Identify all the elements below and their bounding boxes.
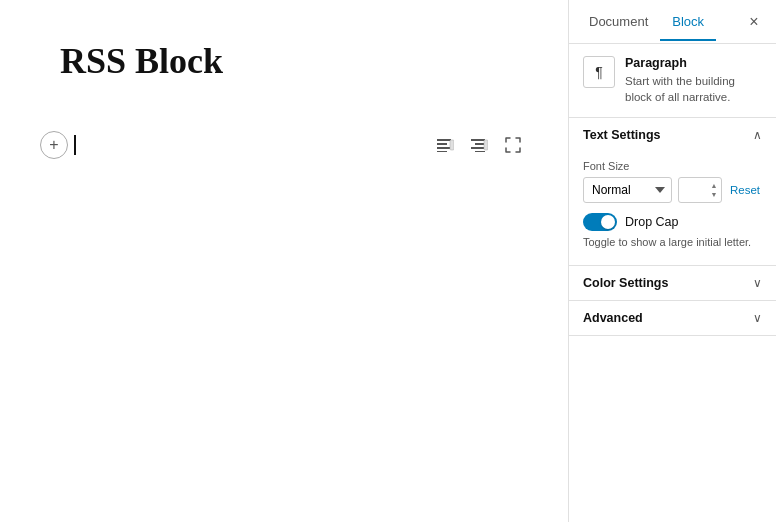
toolbar-right <box>430 130 528 160</box>
drop-cap-hint: Toggle to show a large initial letter. <box>583 235 762 250</box>
svg-rect-3 <box>437 151 447 152</box>
svg-rect-0 <box>437 139 451 141</box>
svg-rect-9 <box>484 140 488 150</box>
text-cursor <box>74 135 76 155</box>
advanced-section: Advanced ∨ <box>569 301 776 336</box>
drop-cap-toggle[interactable] <box>583 213 617 231</box>
block-info: ¶ Paragraph Start with the building bloc… <box>569 44 776 118</box>
block-name: Paragraph <box>625 56 762 70</box>
text-settings-header[interactable]: Text Settings ∧ <box>569 118 776 152</box>
block-description-text: Start with the building block of all nar… <box>625 73 762 105</box>
reset-button[interactable]: Reset <box>728 182 762 198</box>
font-size-row: Small Normal Medium Large Huge ▲ ▼ Reset <box>583 177 762 203</box>
color-settings-section: Color Settings ∨ <box>569 266 776 301</box>
align-right-button[interactable] <box>464 130 494 160</box>
svg-rect-6 <box>475 143 485 145</box>
plus-icon: + <box>49 136 58 154</box>
text-settings-title: Text Settings <box>583 128 661 142</box>
toolbar-left: + <box>40 131 76 159</box>
number-spinners: ▲ ▼ <box>708 177 720 203</box>
editor-toolbar: + <box>40 130 528 160</box>
toggle-knob <box>601 215 615 229</box>
sidebar-tabs: Document Block × <box>569 0 776 44</box>
color-settings-chevron-icon: ∨ <box>753 276 762 290</box>
color-settings-title: Color Settings <box>583 276 668 290</box>
sidebar: Document Block × ¶ Paragraph Start with … <box>568 0 776 522</box>
drop-cap-row: Drop Cap <box>583 213 762 231</box>
add-block-button[interactable]: + <box>40 131 68 159</box>
align-right-icon <box>470 138 488 152</box>
font-size-label: Font Size <box>583 160 762 172</box>
text-settings-section: Text Settings ∧ Font Size Small Normal M… <box>569 118 776 265</box>
svg-rect-5 <box>471 139 485 141</box>
align-left-icon <box>436 138 454 152</box>
font-size-select[interactable]: Small Normal Medium Large Huge <box>583 177 672 203</box>
font-size-number-wrapper: ▲ ▼ <box>678 177 722 203</box>
fullscreen-icon <box>505 137 521 153</box>
tab-block[interactable]: Block <box>660 4 716 41</box>
svg-rect-8 <box>475 151 485 152</box>
svg-rect-1 <box>437 143 447 145</box>
block-description: Paragraph Start with the building block … <box>625 56 762 105</box>
svg-rect-2 <box>437 147 451 149</box>
text-settings-chevron-icon: ∧ <box>753 128 762 142</box>
spinner-down-button[interactable]: ▼ <box>708 191 720 199</box>
page-title: RSS Block <box>60 40 508 82</box>
text-settings-content: Font Size Small Normal Medium Large Huge… <box>569 152 776 264</box>
svg-rect-4 <box>450 140 454 150</box>
color-settings-header[interactable]: Color Settings ∨ <box>569 266 776 300</box>
align-left-button[interactable] <box>430 130 460 160</box>
editor-area: RSS Block + <box>0 0 568 522</box>
advanced-title: Advanced <box>583 311 643 325</box>
advanced-chevron-icon: ∨ <box>753 311 762 325</box>
advanced-header[interactable]: Advanced ∨ <box>569 301 776 335</box>
close-sidebar-button[interactable]: × <box>740 8 768 36</box>
font-size-setting: Font Size Small Normal Medium Large Huge… <box>583 160 762 203</box>
block-type-icon: ¶ <box>583 56 615 88</box>
fullscreen-button[interactable] <box>498 130 528 160</box>
svg-rect-7 <box>471 147 485 149</box>
spinner-up-button[interactable]: ▲ <box>708 182 720 190</box>
drop-cap-label: Drop Cap <box>625 215 679 229</box>
tab-document[interactable]: Document <box>577 4 660 41</box>
